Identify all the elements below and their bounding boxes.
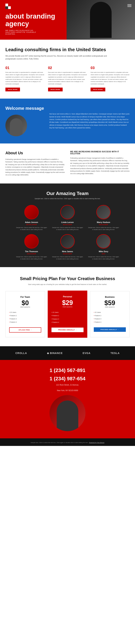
- pricing-card-business: Business $59 PER MONTH 15 Users Feature …: [90, 291, 130, 337]
- team-member-1: Adam Jonson DEVELOPER Sample text. Click…: [15, 205, 48, 231]
- contact-phone-2: 1 (234) 987-654: [5, 376, 130, 382]
- pricing-card-title-1: For Team: [9, 296, 41, 298]
- contact-address: 121 Rock Street, 21 Avenue,: [5, 384, 130, 386]
- team-avatar-img-3: [97, 206, 110, 219]
- team-avatar-img-1: [25, 206, 38, 219]
- pricing-card-personal: Personal $29 PER MONTH 15 Users Feature …: [48, 290, 87, 338]
- pricing-price-3: $59: [94, 300, 126, 306]
- pricing-period-3: PER MONTH: [94, 306, 126, 308]
- team-subtitle: Sample text. Click to select the text bo…: [5, 198, 130, 200]
- pricing-features-3: 15 Users Feature 2 Feature 3 Feature 4: [94, 311, 126, 324]
- pricing-feature-2-4: Feature 4: [51, 321, 84, 324]
- read-more-btn-2[interactable]: READ MORE: [48, 88, 63, 92]
- team-avatar-img-5: [61, 235, 74, 248]
- team-avatar-3: [96, 205, 111, 219]
- leading-section: Leading consulting firms in the United S…: [0, 40, 135, 98]
- partner-logo-1: CROLLA: [15, 352, 27, 354]
- partner-logo-3: EVGA: [83, 352, 91, 354]
- contact-person: [57, 400, 78, 431]
- pricing-feature-1-3: Feature 3: [9, 317, 41, 320]
- welcome-text: Nisi lacus sed viverra tellus in. Nunc a…: [49, 113, 130, 129]
- team-avatar-img-2: [61, 206, 74, 219]
- welcome-right: Nisi lacus sed viverra tellus in. Nunc a…: [49, 113, 130, 129]
- welcome-person: [10, 118, 22, 136]
- team-title: Our Amazing Team: [5, 191, 130, 196]
- header-person-silhouette: [90, 2, 112, 38]
- team-member-4: Tim Thomson DESIGNER Sample text. Click …: [15, 234, 48, 260]
- team-name-3: Marry Hudson: [87, 221, 120, 223]
- team-desc-5: Sample text. Click to select the text bo…: [51, 256, 84, 260]
- pricing-card-title-2: Personal: [51, 296, 84, 298]
- pricing-section: Small Pricing Plan For Your Creative Bus…: [0, 267, 135, 346]
- team-name-1: Adam Jonson: [15, 221, 48, 223]
- header-bg-image: [67, 0, 135, 40]
- pricing-period-1: PER MONTH: [9, 306, 41, 308]
- welcome-section: Welcome message Nisi lacus sed viverra t…: [0, 98, 135, 144]
- header-image: [67, 0, 135, 40]
- pricing-card-team: For Team $0 PER MONTH 15 Users Feature 2…: [5, 291, 45, 337]
- header-left: about branding agency WE DWELLING ELEGAN…: [5, 4, 56, 35]
- pricing-title: Small Pricing Plan For Your Creative Bus…: [5, 276, 130, 281]
- about-right-text: Podcasting operational change management…: [70, 157, 130, 175]
- team-desc-4: Sample text. Click to select the text bo…: [15, 256, 48, 260]
- col-text-2: Duis aute irure dolor in reprehenderit i…: [48, 72, 87, 85]
- team-member-5: Nina James MANAGER Sample text. Click to…: [51, 234, 84, 260]
- team-avatar-1: [24, 205, 39, 219]
- read-more-btn-3[interactable]: READ MORE: [91, 88, 105, 92]
- team-member-3: Marry Hudson DESIGNER Sample text. Click…: [87, 205, 120, 231]
- col-number-3: 03: [91, 66, 130, 70]
- leading-columns: 01 Duis aute irure dolor in reprehenderi…: [5, 66, 130, 92]
- hamburger-menu[interactable]: [128, 4, 132, 8]
- welcome-left: Welcome message: [5, 106, 44, 136]
- team-section: Our Amazing Team Sample text. Click to s…: [0, 184, 135, 267]
- team-name-4: Tim Thomson: [15, 250, 48, 252]
- team-avatar-img-4: [25, 235, 38, 248]
- col-number-2: 02: [48, 66, 87, 70]
- header-subtitle: WE DWELLING ELEGANCE DO SHUTTERS APPETIT…: [5, 30, 41, 35]
- team-member-2: Linda Larson MANAGER Sample text. Click …: [51, 205, 84, 231]
- team-role-6: SEO: [87, 253, 120, 255]
- about-left-text: Podcasting operational change management…: [5, 158, 65, 176]
- team-role-3: DESIGNER: [87, 224, 120, 226]
- leading-title: Leading consulting firms in the United S…: [5, 47, 130, 52]
- partner-logo-2: ◆ BINANCE: [47, 352, 63, 354]
- pricing-btn-1[interactable]: Upload Free →: [9, 327, 41, 332]
- contact-city: New York, NY 92103-9000: [5, 390, 130, 392]
- col-number-1: 01: [5, 66, 44, 70]
- pricing-card-title-3: Business: [94, 296, 126, 298]
- leading-col-1: 01 Duis aute irure dolor in reprehenderi…: [5, 66, 44, 92]
- footer-credit[interactable]: Powered by Two Eleven: [89, 442, 104, 444]
- header-title: about branding agency: [5, 12, 56, 28]
- team-name-6: Mike Dory: [87, 250, 120, 252]
- team-desc-2: Sample text. Click to select the text bo…: [51, 226, 84, 231]
- pricing-price-2: $29: [51, 300, 84, 306]
- partner-logo-4: TESLA: [111, 352, 120, 354]
- leading-col-3: 03 Duis aute irure dolor in reprehenderi…: [91, 66, 130, 92]
- team-avatar-6: [96, 234, 111, 248]
- team-desc-3: Sample text. Click to select the text bo…: [87, 226, 120, 231]
- pricing-subtitle: Start using static.app as a hosting for …: [5, 283, 130, 286]
- team-desc-6: Sample text. Click to select the text bo…: [87, 256, 120, 260]
- footer: Sample text. Click to select the text bo…: [0, 438, 135, 446]
- pricing-btn-2[interactable]: Proceed Annually →: [51, 328, 84, 332]
- team-avatar-2: [60, 205, 75, 219]
- about-right-title: WE ARE INCREASING BUSINESS SUCCESS WITH …: [70, 151, 130, 155]
- pricing-period-2: PER MONTH: [51, 306, 84, 308]
- pricing-btn-3[interactable]: Proceed Annually →: [94, 327, 126, 332]
- read-more-btn-1[interactable]: READ MORE: [5, 88, 20, 92]
- team-avatar-4: [24, 234, 39, 248]
- team-avatar-5: [60, 234, 75, 248]
- pricing-feature-1-2: Feature 2: [9, 314, 41, 317]
- welcome-heading: Welcome message: [5, 106, 44, 111]
- team-name-2: Linda Larson: [51, 221, 84, 223]
- team-role-1: DEVELOPER: [15, 224, 48, 226]
- welcome-image: [5, 115, 27, 136]
- contact-image: [49, 395, 86, 431]
- col-text-1: Duis aute irure dolor in reprehenderit i…: [5, 72, 44, 85]
- pricing-feature-3-3: Feature 3: [94, 317, 126, 320]
- pricing-features-1: 15 Users Feature 2 Feature 3 Feature 4: [9, 311, 41, 324]
- contact-phone-1: 1 (234) 567-891: [5, 367, 130, 374]
- footer-text: Sample text. Click to select the text bo…: [31, 442, 88, 444]
- logo-icon[interactable]: [5, 4, 11, 9]
- header: about branding agency WE DWELLING ELEGAN…: [0, 0, 135, 40]
